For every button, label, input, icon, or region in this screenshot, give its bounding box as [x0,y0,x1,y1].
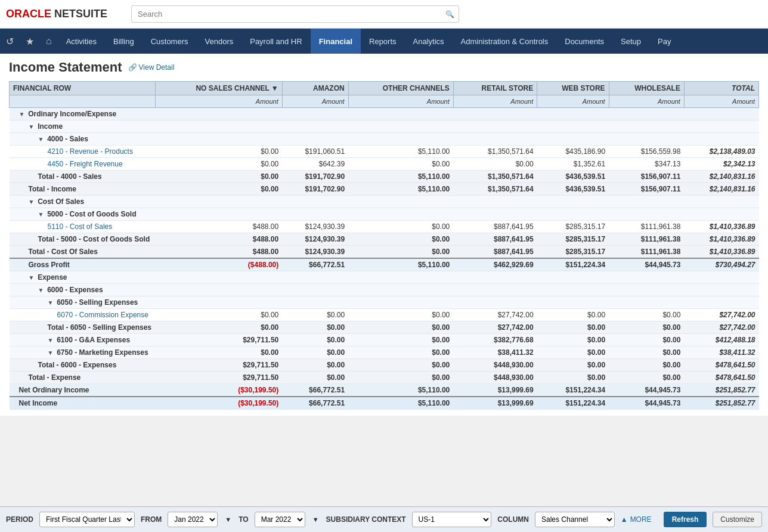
cell-amazon: $191,702.90 [282,183,348,196]
row-label: 6750 - Marketing Expenses [57,348,148,357]
collapse-icon[interactable]: ▼ [48,349,55,356]
collapse-icon[interactable]: ▼ [19,111,27,117]
nav-activities[interactable]: Activities [58,29,105,54]
history-nav-icon[interactable]: ↺ [0,29,20,54]
row-label: 6100 - G&A Expenses [57,336,130,344]
cell-retail: $887,641.95 [453,246,537,259]
table-body: ▼ Ordinary Income/Expense▼ Income▼ 4000 … [10,108,759,410]
collapse-icon[interactable]: ▼ [29,274,36,281]
table-row: 6070 - Commission Expense$0.00$0.00$0.00… [10,309,759,321]
nav-analytics[interactable]: Analytics [405,29,453,54]
cell-web [537,296,609,309]
cell-wholesale: $156,907.11 [609,171,684,183]
cell-web: $0.00 [537,359,609,372]
cell-wholesale: $111,961.38 [609,246,684,259]
nav-financial[interactable]: Financial [311,29,361,54]
cell-total: $251,852.77 [684,384,758,397]
cell-web: $0.00 [537,347,609,359]
cell-total: $1,410,336.89 [684,221,758,233]
cell-retail: $0.00 [453,158,537,171]
table-row: Total - 5000 - Cost of Goods Sold$488.00… [10,233,759,246]
row-label: Net Income [19,399,58,407]
search-input[interactable] [131,5,459,23]
cell-total: $2,138,489.03 [684,146,758,158]
cell-web [537,108,609,120]
cell-total [684,284,758,296]
col-web: WEB STORE [537,82,609,95]
table-row: Net Ordinary Income($30,199.50)$66,772.5… [10,384,759,397]
nav-billing[interactable]: Billing [105,29,143,54]
cell-amazon [282,196,348,208]
cell-no_sales: ($30,199.50) [155,384,282,397]
home-nav-icon[interactable]: ⌂ [40,29,58,54]
cell-retail: $27,742.00 [453,309,537,321]
row-label: Gross Profit [29,261,70,269]
cell-retail [453,120,537,133]
collapse-icon[interactable]: ▼ [48,337,55,344]
cell-total: $478,641.50 [684,372,758,384]
cell-amazon: $0.00 [282,359,348,372]
cell-web [537,208,609,221]
collapse-icon[interactable]: ▼ [38,287,46,293]
nav-setup[interactable]: Setup [612,29,649,54]
cell-web: $435,186.90 [537,146,609,158]
cell-no_sales [155,108,282,120]
table-row: Total - 6000 - Expenses$29,711.50$0.00$0… [10,359,759,372]
collapse-icon[interactable]: ▼ [29,199,36,205]
cell-other [348,271,453,284]
collapse-icon[interactable]: ▼ [48,299,55,306]
cell-no_sales [155,296,282,309]
cell-wholesale: $0.00 [609,372,684,384]
cell-other: $0.00 [348,321,453,334]
cell-other [348,120,453,133]
cell-retail: $1,350,571.64 [453,146,537,158]
main-content: Income Statement 🔗 View Detail FINANCIAL… [0,54,768,416]
nav-documents[interactable]: Documents [556,29,612,54]
collapse-icon[interactable]: ▼ [38,211,46,218]
nav-admin[interactable]: Administration & Controls [453,29,557,54]
cell-other [348,133,453,146]
cell-wholesale: $111,961.38 [609,221,684,233]
cell-no_sales: ($30,199.50) [155,397,282,410]
cell-total: $251,852.77 [684,397,758,410]
col-no-sales-amount: Amount [155,95,282,108]
cell-wholesale [609,108,684,120]
col-web-amount: Amount [537,95,609,108]
table-row: ▼ 4000 - Sales [10,133,759,146]
nav-vendors[interactable]: Vendors [197,29,242,54]
row-label: 4450 - Freight Revenue [48,160,123,168]
cell-wholesale: $44,945.73 [609,397,684,410]
nav-customers[interactable]: Customers [143,29,197,54]
cell-other: $0.00 [348,309,453,321]
nav-reports[interactable]: Reports [361,29,405,54]
collapse-icon[interactable]: ▼ [29,123,36,130]
cell-retail: $1,350,571.64 [453,171,537,183]
cell-total [684,108,758,120]
col-retail: RETAIL STORE [453,82,537,95]
cell-amazon: $0.00 [282,334,348,347]
row-label: 4210 - Revenue - Products [48,147,133,156]
cell-amazon [282,120,348,133]
row-label: Expense [38,273,67,282]
cell-amazon: $0.00 [282,309,348,321]
cell-retail: $448,930.00 [453,359,537,372]
cell-amazon: $642.39 [282,158,348,171]
col-wholesale-amount: Amount [609,95,684,108]
table-row: 4210 - Revenue - Products$0.00$191,060.5… [10,146,759,158]
cell-amazon: $66,772.51 [282,258,348,271]
nav-pay[interactable]: Pay [649,29,679,54]
page-title-area: Income Statement 🔗 View Detail [9,60,759,75]
cell-no_sales: $29,711.50 [155,359,282,372]
cell-no_sales: $488.00 [155,246,282,259]
col-no-sales: NO SALES CHANNEL ▼ [155,82,282,95]
cell-no_sales [155,271,282,284]
collapse-icon[interactable]: ▼ [38,136,46,143]
table-row: Net Income($30,199.50)$66,772.51$5,110.0… [10,397,759,410]
star-nav-icon[interactable]: ★ [20,29,40,54]
nav-payroll[interactable]: Payroll and HR [241,29,310,54]
view-detail-link[interactable]: 🔗 View Detail [128,63,175,72]
cell-no_sales: $0.00 [155,321,282,334]
row-label: Total - Income [29,185,76,193]
cell-amazon: $66,772.51 [282,397,348,410]
cell-total [684,120,758,133]
